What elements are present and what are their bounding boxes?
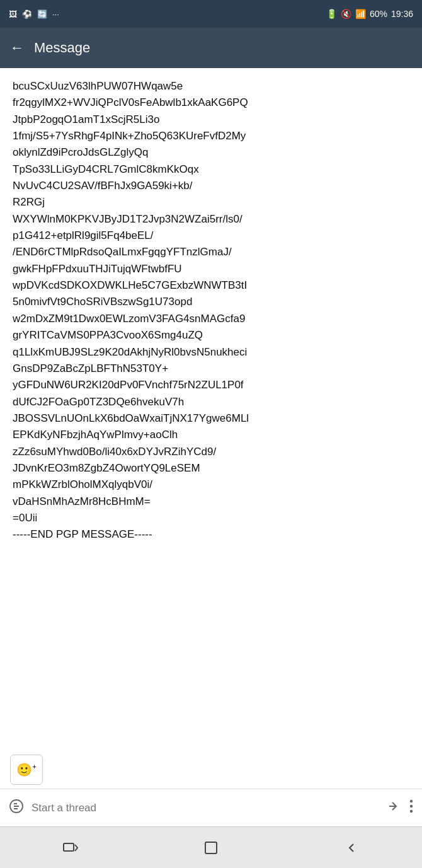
send-button[interactable] bbox=[387, 799, 402, 818]
thread-input[interactable] bbox=[31, 802, 379, 814]
nav-square-button[interactable] bbox=[192, 834, 230, 862]
message-body: bcuSCxUuzV63lhPUW07HWqaw5e fr2qgylMX2+WV… bbox=[13, 78, 409, 543]
thread-icon bbox=[9, 799, 24, 818]
sync-icon: 🔄 bbox=[37, 9, 47, 19]
emoji-button[interactable]: 🙂+ bbox=[10, 755, 43, 785]
svg-point-3 bbox=[410, 804, 413, 807]
mute-icon: 🔇 bbox=[341, 9, 351, 19]
battery-percent: 60% bbox=[370, 9, 387, 19]
battery-icon: 🔋 bbox=[326, 9, 337, 19]
wifi-icon: 📶 bbox=[355, 9, 366, 19]
bottom-nav bbox=[0, 826, 422, 868]
football-icon: ⚽ bbox=[22, 9, 32, 19]
back-button[interactable]: ← bbox=[10, 40, 24, 56]
emoji-add-icon: 🙂+ bbox=[16, 762, 36, 777]
status-bar: 🖼 ⚽ 🔄 ··· 🔋 🔇 📶 60% 19:36 bbox=[0, 0, 422, 28]
svg-rect-5 bbox=[64, 843, 74, 851]
emoji-area: 🙂+ bbox=[0, 748, 422, 789]
svg-rect-6 bbox=[205, 842, 217, 854]
nav-switch-button[interactable] bbox=[52, 834, 89, 862]
page-title: Message bbox=[34, 40, 90, 56]
nav-back-button[interactable] bbox=[333, 834, 370, 862]
message-content: bcuSCxUuzV63lhPUW07HWqaw5e fr2qgylMX2+WV… bbox=[0, 68, 422, 748]
svg-point-2 bbox=[410, 799, 413, 802]
more-options-button[interactable] bbox=[409, 799, 413, 818]
status-bar-right-icons: 🔋 🔇 📶 60% 19:36 bbox=[326, 9, 413, 19]
status-bar-left-icons: 🖼 ⚽ 🔄 ··· bbox=[9, 9, 59, 19]
thread-bar bbox=[0, 789, 422, 826]
image-icon: 🖼 bbox=[9, 9, 17, 19]
clock: 19:36 bbox=[391, 9, 413, 19]
svg-point-4 bbox=[410, 809, 413, 812]
more-icon: ··· bbox=[52, 9, 59, 19]
app-bar: ← Message bbox=[0, 28, 422, 68]
